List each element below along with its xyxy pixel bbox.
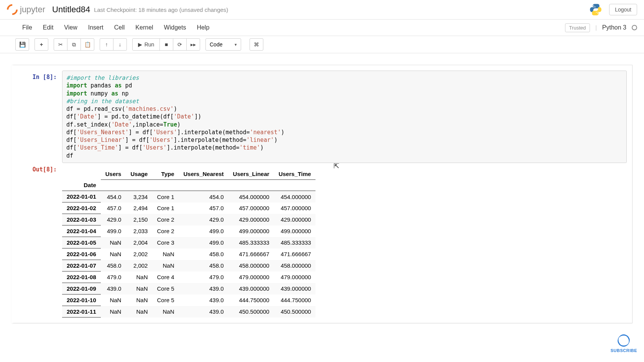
col-Users_Time: Users_Time [274, 168, 316, 180]
menu-insert[interactable]: Insert [88, 24, 104, 31]
table-row: 2022-01-08479.0NaNCore 4479.0479.0000004… [62, 272, 315, 283]
toolbar: 💾 + ✂ ⧉ 📋 ↑ ↓ ▶ Run ■ ⟳ ▸▸ Code ⌘ [0, 36, 644, 53]
table-row: 2022-01-05NaN2,004Core 3499.0485.3333334… [62, 237, 315, 248]
table-row: 2022-01-06NaN2,002NaN458.0471.666667471.… [62, 248, 315, 260]
menubar: FileEditViewInsertCellKernelWidgetsHelp … [0, 20, 644, 36]
command-palette-button[interactable]: ⌘ [250, 38, 263, 51]
move-down-button[interactable]: ↓ [113, 38, 127, 51]
save-button[interactable]: 💾 [15, 38, 29, 51]
col-Users_Nearest: Users_Nearest [179, 168, 228, 180]
table-row: 2022-01-09439.0NaNCore 5439.0439.0000004… [62, 283, 315, 295]
python-logo-icon [589, 3, 602, 16]
dataframe-output: UsersUsageTypeUsers_NearestUsers_LinearU… [62, 168, 315, 318]
menu-edit[interactable]: Edit [43, 24, 54, 31]
jupyter-brand-text: jupyter [20, 5, 45, 15]
col-Users: Users [101, 168, 126, 180]
menu-file[interactable]: File [22, 24, 32, 31]
checkpoint-text: Last Checkpoint: 18 minutes ago (unsaved… [94, 7, 228, 13]
copy-button[interactable]: ⧉ [67, 38, 81, 51]
output-cell: Out[8]: UsersUsageTypeUsers_NearestUsers… [14, 163, 632, 318]
insert-cell-below-button[interactable]: + [34, 38, 48, 51]
col-Users_Linear: Users_Linear [228, 168, 274, 180]
dna-icon [618, 334, 629, 335]
table-row: 2022-01-02457.02,494Core 1457.0457.00000… [62, 202, 315, 214]
run-button[interactable]: ▶ Run [132, 38, 160, 51]
kernel-name[interactable]: Python 3 [602, 24, 626, 31]
menu-kernel[interactable]: Kernel [135, 24, 153, 31]
subscribe-badge[interactable]: SUBSCRIBE [611, 334, 637, 335]
menu-cell[interactable]: Cell [114, 24, 125, 31]
move-up-button[interactable]: ↑ [100, 38, 113, 51]
index-name: Date [62, 179, 101, 191]
col-Usage: Usage [126, 168, 152, 180]
table-row: 2022-01-03429.02,150Core 2429.0429.00000… [62, 214, 315, 225]
notebook-title[interactable]: Untitled84 [52, 5, 90, 15]
restart-run-all-button[interactable]: ▸▸ [186, 38, 200, 51]
table-row: 2022-01-07458.02,002NaN458.0458.00000045… [62, 260, 315, 272]
menu-view[interactable]: View [64, 24, 77, 31]
in-prompt: In [8]: [19, 71, 62, 163]
code-editor[interactable]: #import the librariesimport pandas as pd… [62, 71, 627, 163]
cut-button[interactable]: ✂ [54, 38, 67, 51]
table-row: 2022-01-01454.03,234Core 1454.0454.00000… [62, 191, 315, 202]
col-Type: Type [152, 168, 179, 180]
jupyter-logo[interactable]: jupyter [7, 4, 45, 15]
cell-type-select[interactable]: Code [205, 38, 241, 51]
table-row: 2022-01-04499.02,033Core 2499.0499.00000… [62, 225, 315, 237]
menu-help[interactable]: Help [197, 24, 209, 31]
notebook-header: jupyter Untitled84 Last Checkpoint: 18 m… [0, 0, 644, 20]
notebook-body: In [8]: #import the librariesimport pand… [0, 53, 644, 335]
jupyter-swirl-icon [7, 4, 18, 15]
paste-button[interactable]: 📋 [80, 38, 94, 51]
table-row: 2022-01-11NaNNaNNaN439.0450.500000450.50… [62, 306, 315, 318]
restart-kernel-button[interactable]: ⟳ [173, 38, 187, 51]
code-cell[interactable]: In [8]: #import the librariesimport pand… [14, 71, 632, 163]
kernel-idle-icon [632, 25, 637, 30]
menu-widgets[interactable]: Widgets [164, 24, 186, 31]
trusted-indicator[interactable]: Trusted [565, 23, 590, 32]
out-prompt: Out[8]: [19, 163, 62, 318]
logout-button[interactable]: Logout [609, 4, 637, 15]
table-row: 2022-01-10NaNNaNCore 5439.0444.750000444… [62, 295, 315, 306]
interrupt-button[interactable]: ■ [159, 38, 173, 51]
